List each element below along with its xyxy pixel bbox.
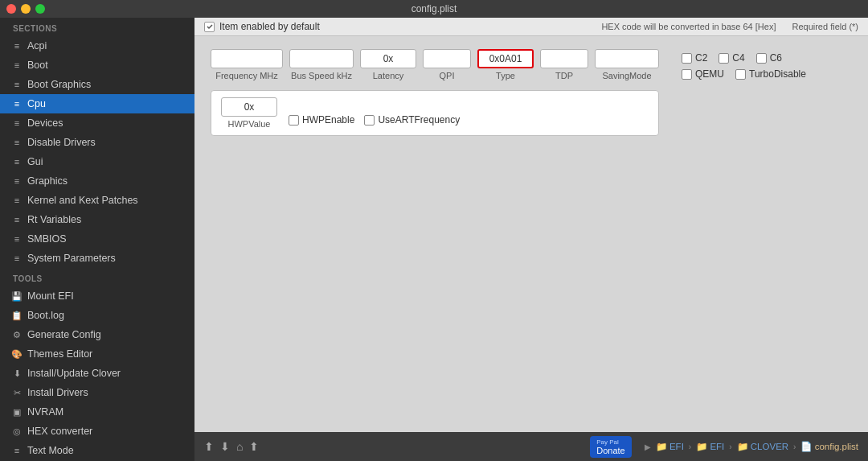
sidebar-item-boot-graphics[interactable]: ≡ Boot Graphics: [0, 75, 194, 94]
list-icon: ≡: [11, 137, 23, 148]
sidebar-item-rt-variables[interactable]: ≡ Rt Variables: [0, 210, 194, 229]
qpi-input[interactable]: [423, 49, 471, 68]
sidebar-item-install-clover[interactable]: ⬇ Install/Update Clover: [0, 364, 194, 383]
list-icon: ≡: [11, 117, 23, 129]
sidebar-item-generate-config[interactable]: ⚙ Generate Config: [0, 325, 194, 344]
topbar-right: HEX code will be converted in base 64 [H…: [601, 22, 858, 31]
sidebar-item-boot[interactable]: ≡ Boot: [0, 56, 194, 75]
breadcrumb-item-clover[interactable]: 📁 CLOVER: [737, 441, 789, 452]
sidebar: SECTIONS ≡ Acpi ≡ Boot ≡ Boot Graphics ≡…: [0, 18, 194, 461]
window-title: config.plist: [411, 3, 457, 14]
cpu-fields-row: Frequency MHz Bus Speed kHz Latency: [211, 49, 659, 80]
sidebar-item-label: System Parameters: [27, 253, 116, 264]
hwp-value-field-group: HWPValue: [221, 97, 277, 129]
bus-speed-input[interactable]: [289, 49, 354, 68]
type-field-group: Type: [477, 49, 534, 80]
tdp-input[interactable]: [540, 49, 588, 68]
use-art-checkbox[interactable]: UseARTFrequency: [364, 114, 460, 126]
qpi-field-group: QPI: [423, 49, 471, 80]
scissors-icon: ✂: [11, 387, 23, 398]
log-icon: 📋: [11, 310, 23, 321]
frequency-input[interactable]: [211, 49, 283, 68]
c2-checkbox[interactable]: C2: [682, 52, 707, 64]
list-icon: ≡: [11, 60, 23, 71]
saving-mode-input[interactable]: [595, 49, 659, 68]
latency-field-group: Latency: [360, 49, 416, 80]
c4-box: [719, 53, 729, 64]
turbo-disable-checkbox[interactable]: TurboDisable: [735, 68, 806, 80]
latency-input[interactable]: [360, 49, 416, 68]
sidebar-item-label: Generate Config: [27, 329, 101, 340]
enabled-checkbox[interactable]: [204, 22, 215, 32]
sidebar-item-smbios[interactable]: ≡ SMBIOS: [0, 229, 194, 249]
c6-box: [756, 53, 767, 64]
topbar: Item enabled by default HEX code will be…: [194, 18, 868, 36]
sidebar-item-gui[interactable]: ≡ Gui: [0, 152, 194, 171]
efi2-label: EFI: [710, 442, 724, 451]
sidebar-item-boot-log[interactable]: 📋 Boot.log: [0, 306, 194, 325]
sidebar-item-label: Install Drivers: [27, 387, 88, 398]
breadcrumb-item-config[interactable]: 📄 config.plist: [800, 441, 858, 452]
minimize-button[interactable]: [21, 4, 31, 14]
paypal-text: Pay Pal: [596, 438, 624, 446]
tdp-label: TDP: [555, 71, 573, 80]
hwp-enable-box: [289, 115, 299, 126]
hwp-value-input[interactable]: [221, 97, 277, 117]
sidebar-item-themes-editor[interactable]: 🎨 Themes Editor: [0, 344, 194, 364]
qemu-checkbox[interactable]: QEMU: [682, 68, 724, 80]
frequency-label: Frequency MHz: [215, 71, 278, 80]
c4-checkbox[interactable]: C4: [719, 52, 744, 64]
donate-button[interactable]: Pay Pal Donate: [590, 436, 631, 458]
turbo-disable-box: [735, 69, 746, 80]
sidebar-item-label: NVRAM: [27, 406, 63, 418]
breadcrumb-separator-2: ›: [729, 442, 731, 451]
convert-icon: ◎: [11, 426, 23, 437]
sidebar-item-install-drivers[interactable]: ✂ Install Drivers: [0, 383, 194, 402]
sidebar-item-nvram[interactable]: ▣ NVRAM: [0, 402, 194, 422]
maximize-button[interactable]: [35, 4, 45, 14]
sidebar-item-label: Disable Drivers: [27, 137, 96, 148]
remove-icon[interactable]: ⬇: [220, 440, 230, 453]
sidebar-item-kernel-kext[interactable]: ≡ Kernel and Kext Patches: [0, 191, 194, 210]
sidebar-item-devices[interactable]: ≡ Devices: [0, 113, 194, 133]
sidebar-item-mount-efi[interactable]: 💾 Mount EFI: [0, 286, 194, 306]
saving-mode-field-group: SavingMode: [595, 49, 659, 80]
download-icon: ⬇: [11, 368, 23, 379]
list-icon: ≡: [11, 98, 23, 109]
enabled-label: Item enabled by default: [219, 21, 320, 32]
sidebar-item-graphics[interactable]: ≡ Graphics: [0, 171, 194, 191]
close-button[interactable]: [6, 4, 16, 14]
sidebar-item-acpi[interactable]: ≡ Acpi: [0, 36, 194, 56]
breadcrumb-item-efi1[interactable]: 📁 EFI: [656, 441, 684, 452]
sidebar-item-cpu[interactable]: ≡ Cpu: [0, 94, 194, 113]
hwp-enable-checkbox[interactable]: HWPEnable: [289, 114, 354, 126]
saving-mode-label: SavingMode: [602, 71, 651, 80]
content-area: Item enabled by default HEX code will be…: [194, 18, 868, 461]
list-icon: ≡: [11, 40, 23, 51]
breadcrumb: ▶ 📁 EFI › 📁 EFI › 📁 CLOVER › 📄: [645, 441, 858, 452]
sidebar-item-disable-drivers[interactable]: ≡ Disable Drivers: [0, 133, 194, 152]
c6-checkbox[interactable]: C6: [756, 52, 782, 64]
sidebar-item-text-mode[interactable]: ≡ Text Mode: [0, 441, 194, 460]
file-icon: 📄: [800, 442, 812, 451]
breadcrumb-item-efi2[interactable]: 📁 EFI: [696, 441, 724, 452]
share-icon[interactable]: ⬆: [249, 440, 259, 453]
home-icon[interactable]: ⌂: [236, 440, 243, 453]
list-icon: ≡: [11, 195, 23, 206]
palette-icon: 🎨: [11, 348, 23, 360]
list-icon: ≡: [11, 156, 23, 167]
cpu-checkboxes-panel: C2 C4 C6 QEMU: [682, 52, 806, 80]
qemu-box: [682, 69, 692, 80]
folder-icon: 📁: [656, 442, 667, 451]
type-input[interactable]: [477, 49, 534, 68]
add-icon[interactable]: ⬆: [204, 440, 214, 453]
c6-label: C6: [770, 52, 782, 64]
use-art-label: UseARTFrequency: [378, 114, 460, 126]
sidebar-item-label: Boot Graphics: [27, 79, 91, 90]
disk-icon: 💾: [11, 290, 23, 302]
sidebar-item-system-parameters[interactable]: ≡ System Parameters: [0, 249, 194, 268]
hwp-value-label: HWPValue: [228, 119, 271, 129]
sidebar-item-hex-converter[interactable]: ◎ HEX converter: [0, 422, 194, 441]
bus-speed-label: Bus Speed kHz: [291, 71, 352, 80]
latency-label: Latency: [373, 71, 404, 80]
